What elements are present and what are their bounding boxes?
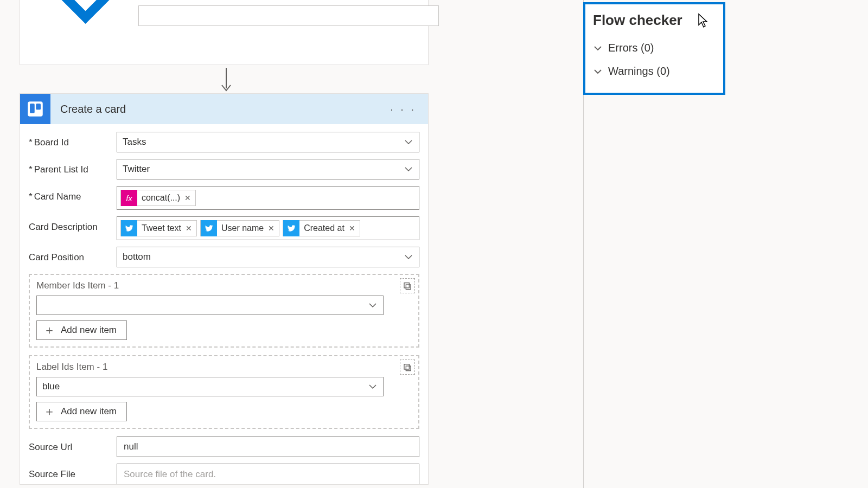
chevron-down-icon	[368, 300, 378, 310]
token-text: Tweet text	[142, 223, 181, 233]
flow-checker-warnings-row[interactable]: Warnings (0)	[591, 60, 714, 83]
token-text: Created at	[304, 223, 344, 233]
parent-list-value: Twitter	[123, 164, 150, 175]
action-card-title: Create a card	[60, 103, 386, 115]
expression-token[interactable]: fx concat(...) ✕	[120, 190, 196, 206]
parent-list-select[interactable]: Twitter	[117, 159, 419, 179]
member-ids-item-select[interactable]	[36, 296, 384, 315]
source-file-input[interactable]	[123, 468, 413, 480]
action-card-header[interactable]: Create a card · · ·	[20, 94, 428, 124]
field-card-description: Card Description Tweet text ✕	[29, 216, 419, 240]
show-advanced-options-link[interactable]: Show advanced options	[31, 0, 140, 54]
flow-checker-errors-row[interactable]: Errors (0)	[591, 36, 714, 60]
card-position-value: bottom	[123, 252, 151, 262]
token-text: concat(...)	[142, 193, 180, 203]
twitter-icon	[121, 220, 137, 236]
board-id-value: Tasks	[123, 137, 146, 147]
dynamic-content-token[interactable]: Tweet text ✕	[120, 220, 197, 236]
svg-rect-4	[404, 283, 409, 288]
source-url-input-wrapper	[117, 436, 419, 457]
field-label-parent-list-id: *Parent List Id	[29, 159, 117, 175]
dynamic-content-token[interactable]: Created at ✕	[283, 220, 360, 236]
svg-rect-5	[406, 285, 411, 290]
action-card-create-card: Create a card · · · *Board Id Tasks	[20, 93, 429, 485]
field-label-card-position: Card Position	[29, 247, 117, 263]
card-position-select[interactable]: bottom	[117, 247, 419, 267]
token-remove-button[interactable]: ✕	[268, 224, 275, 233]
field-label-card-description: Card Description	[29, 216, 117, 233]
field-source-url: Source Url	[29, 436, 419, 457]
svg-rect-2	[30, 104, 35, 113]
field-label-source-url: Source Url	[29, 436, 117, 453]
card-name-input[interactable]: fx concat(...) ✕	[117, 186, 419, 210]
action-card-body: *Board Id Tasks *Parent List Id	[20, 124, 428, 484]
flow-checker-panel: Flow checker Errors (0) Warnings (0)	[583, 2, 725, 95]
flow-checker-title: Flow checker	[593, 12, 714, 29]
connector-arrow-icon	[220, 68, 228, 94]
field-board-id: *Board Id Tasks	[29, 132, 419, 152]
errors-label: Errors (0)	[608, 42, 654, 54]
member-ids-array-group: Member Ids Item - 1 ＋ Add new item	[29, 274, 419, 348]
member-ids-group-label: Member Ids Item - 1	[36, 280, 412, 291]
token-text: User name	[221, 223, 264, 233]
action-card-menu-button[interactable]: · · ·	[386, 99, 420, 120]
label-ids-array-group: Label Ids Item - 1 blue ＋ Add new item	[29, 355, 419, 429]
label-ids-add-item-button[interactable]: ＋ Add new item	[36, 402, 127, 421]
board-id-select[interactable]: Tasks	[117, 132, 419, 152]
token-remove-button[interactable]: ✕	[349, 224, 355, 233]
add-item-label: Add new item	[61, 406, 117, 417]
chevron-down-icon	[404, 252, 413, 262]
fx-icon: fx	[121, 190, 137, 206]
field-card-name: *Card Name fx concat(...) ✕	[29, 186, 419, 210]
token-remove-button[interactable]: ✕	[184, 194, 191, 202]
field-label-board-id: *Board Id	[29, 132, 117, 148]
array-mode-toggle-button[interactable]	[400, 278, 415, 293]
field-label-source-file: Source File	[29, 464, 117, 480]
chevron-down-icon	[404, 164, 413, 174]
field-source-file: Source File	[29, 464, 419, 484]
twitter-icon	[283, 220, 299, 236]
chevron-down-icon	[31, 0, 140, 54]
field-label-card-name: *Card Name	[29, 186, 117, 202]
source-file-input-wrapper	[117, 464, 419, 484]
label-ids-group-label: Label Ids Item - 1	[36, 362, 412, 373]
chevron-down-icon	[593, 67, 603, 76]
dynamic-content-token[interactable]: User name ✕	[200, 220, 279, 236]
svg-rect-3	[36, 104, 41, 110]
chevron-down-icon	[593, 43, 603, 53]
add-item-label: Add new item	[61, 325, 117, 336]
svg-rect-7	[406, 366, 411, 371]
twitter-icon	[201, 220, 217, 236]
svg-rect-6	[404, 364, 409, 369]
flow-canvas: Show advanced options Create a card · · …	[0, 0, 583, 488]
array-mode-toggle-button[interactable]	[400, 359, 415, 375]
trello-icon	[20, 94, 50, 124]
label-ids-item-select[interactable]: blue	[36, 377, 384, 396]
card-description-input[interactable]: Tweet text ✕ User name ✕	[117, 216, 419, 240]
member-ids-add-item-button[interactable]: ＋ Add new item	[36, 320, 127, 340]
field-card-position: Card Position bottom	[29, 247, 419, 267]
previous-step-input[interactable]	[138, 5, 439, 26]
field-parent-list-id: *Parent List Id Twitter	[29, 159, 419, 179]
source-url-input[interactable]	[123, 441, 413, 453]
label-ids-item-value: blue	[42, 381, 60, 392]
warnings-label: Warnings (0)	[608, 65, 670, 78]
previous-step-card: Show advanced options	[20, 0, 429, 65]
chevron-down-icon	[368, 382, 378, 391]
token-remove-button[interactable]: ✕	[186, 224, 192, 233]
chevron-down-icon	[404, 137, 413, 147]
